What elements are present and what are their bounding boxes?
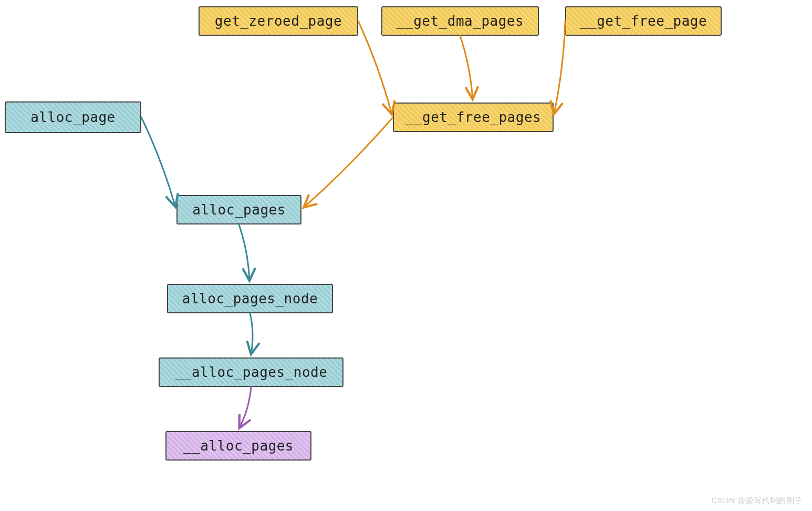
node-label: alloc_pages_node (182, 291, 318, 306)
node-label: alloc_page (30, 109, 116, 125)
watermark: CSDN @爱写代码的刚子 (712, 496, 803, 506)
node-get-zeroed-page: get_zeroed_page (199, 6, 358, 36)
edge-arrow (460, 36, 473, 99)
edge-arrow (141, 117, 175, 207)
node-label: __get_free_pages (405, 109, 541, 125)
node-label: __get_free_page (580, 13, 707, 29)
node-alloc-pages-node-2: __alloc_pages_node (159, 357, 343, 387)
node-get-free-pages: __get_free_pages (393, 103, 554, 132)
node-label: __get_dma_pages (397, 13, 524, 29)
node-alloc-page: alloc_page (5, 101, 141, 133)
node-label: get_zeroed_page (215, 13, 342, 29)
node-label: alloc_pages (192, 202, 286, 218)
edge-arrow (304, 117, 393, 208)
node-get-free-page: __get_free_page (565, 6, 722, 36)
node-alloc-pages-final: __alloc_pages (165, 431, 311, 461)
edge-arrow (250, 313, 253, 354)
edge-arrow (239, 224, 249, 281)
edge-arrow (554, 21, 565, 114)
node-alloc-pages: alloc_pages (176, 195, 301, 224)
edge-arrow (240, 387, 251, 428)
node-label: __alloc_pages_node (175, 364, 328, 380)
node-label: __alloc_pages (183, 438, 294, 454)
arrow-layer (0, 0, 812, 511)
node-get-dma-pages: __get_dma_pages (381, 6, 539, 36)
node-alloc-pages-node: alloc_pages_node (167, 284, 333, 313)
